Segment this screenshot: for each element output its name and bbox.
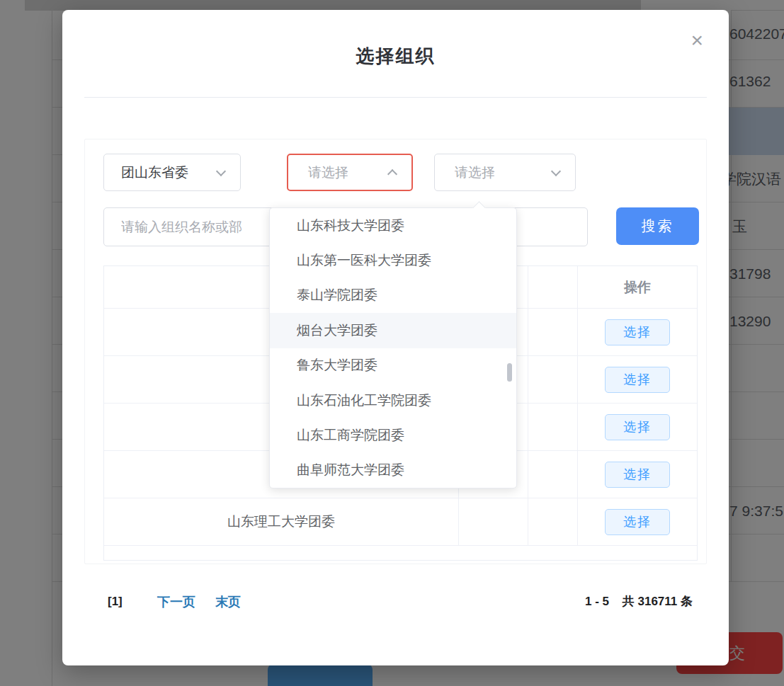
organization-select-placeholder: 请选择 <box>308 164 348 182</box>
dropdown-option-highlighted[interactable]: 烟台大学团委 <box>270 313 516 348</box>
dropdown-option[interactable]: 鲁东大学团委 <box>270 348 516 383</box>
dropdown-option[interactable]: 山东第一医科大学团委 <box>270 243 516 278</box>
pick-button[interactable]: 选择 <box>605 462 670 488</box>
dropdown-option[interactable]: 山东石油化工学院团委 <box>270 383 516 418</box>
pick-button[interactable]: 选择 <box>605 319 670 345</box>
province-select[interactable]: 团山东省委 <box>103 154 241 191</box>
select-organization-dialog: × 选择组织 团山东省委 请选择 请选择 搜索 操作 山东 选择 山 <box>62 10 729 665</box>
sub-organization-placeholder: 请选择 <box>455 164 495 182</box>
current-page[interactable]: [1] <box>108 591 123 612</box>
pick-button[interactable]: 选择 <box>605 509 670 535</box>
dialog-title: 选择组织 <box>62 44 729 69</box>
dropdown-list: 山东科技大学团委 山东第一医科大学团委 泰山学院团委 烟台大学团委 鲁东大学团委… <box>270 208 516 488</box>
pagination: [1] 下一页 末页 1 - 5 共 316711 条 <box>62 591 729 612</box>
header-action: 操作 <box>578 266 697 308</box>
organization-name: 山东理工大学团委 <box>104 513 458 531</box>
dropdown-option[interactable]: 曲阜师范大学团委 <box>270 453 516 488</box>
dropdown-scrollbar-thumb[interactable] <box>507 363 512 382</box>
organization-select-open[interactable]: 请选择 <box>287 154 413 191</box>
table-empty-strip <box>104 546 697 560</box>
pagination-summary: 1 - 5 共 316711 条 <box>585 591 693 612</box>
dropdown-option[interactable]: 泰山学院团委 <box>270 278 516 313</box>
province-select-value: 团山东省委 <box>121 164 188 182</box>
next-page-link[interactable]: 下一页 <box>157 591 195 612</box>
organization-dropdown-panel: 山东科技大学团委 山东第一医科大学团委 泰山学院团委 烟台大学团委 鲁东大学团委… <box>269 207 517 488</box>
chevron-down-icon <box>216 166 226 176</box>
chevron-up-icon <box>387 168 397 178</box>
pick-button[interactable]: 选择 <box>605 367 670 393</box>
last-page-link[interactable]: 末页 <box>215 591 241 612</box>
table-row: 山东理工大学团委 选择 <box>104 498 697 546</box>
title-divider <box>84 97 707 98</box>
page-range: 1 - 5 <box>585 595 609 608</box>
total-count: 共 316711 条 <box>623 595 693 608</box>
search-button[interactable]: 搜索 <box>616 207 699 245</box>
chevron-down-icon <box>551 166 561 176</box>
dropdown-option[interactable]: 山东工商学院团委 <box>270 418 516 452</box>
pick-button[interactable]: 选择 <box>605 414 670 440</box>
sub-organization-select[interactable]: 请选择 <box>434 154 576 191</box>
